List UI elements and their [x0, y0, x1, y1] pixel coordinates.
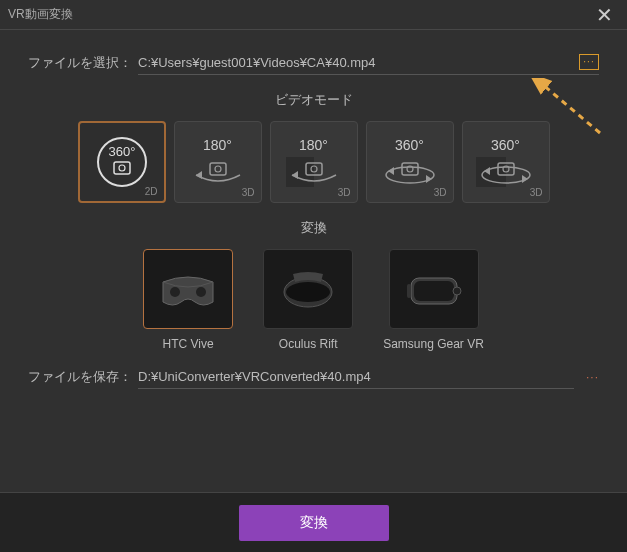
mode-ellipse-icon: [476, 157, 536, 187]
mode-360-3d-a[interactable]: 360° 3D: [366, 121, 454, 203]
mode-badge: 3D: [530, 187, 543, 198]
convert-button[interactable]: 変換: [239, 505, 389, 541]
mode-degree: 360°: [491, 137, 520, 153]
svg-rect-7: [286, 157, 314, 187]
mode-badge: 2D: [145, 186, 158, 197]
svg-point-22: [170, 287, 180, 297]
video-modes: 360° 2D 180° 3D 180°: [28, 121, 599, 203]
mode-degree: 360°: [395, 137, 424, 153]
mode-360-circle-icon: 360°: [92, 132, 152, 192]
mode-arc-icon: [286, 157, 342, 187]
svg-point-25: [286, 282, 330, 302]
mode-degree: 180°: [203, 137, 232, 153]
svg-marker-12: [388, 167, 394, 175]
svg-point-6: [215, 166, 221, 172]
titlebar: VR動画変換 ✕: [0, 0, 627, 30]
samsung-gear-icon: [399, 264, 469, 314]
file-select-input[interactable]: [138, 55, 573, 70]
device-label: Oculus Rift: [279, 337, 338, 351]
svg-marker-13: [426, 175, 432, 183]
device-label: Samsung Gear VR: [383, 337, 484, 351]
mode-degree: 180°: [299, 137, 328, 153]
device-box: [389, 249, 479, 329]
content: ファイルを選択： ··· ビデオモード 360° 2D 180° 3D: [0, 30, 627, 389]
browse-button[interactable]: ···: [579, 54, 599, 70]
htc-vive-icon: [153, 264, 223, 314]
svg-point-23: [196, 287, 206, 297]
file-select-wrap: ···: [138, 50, 599, 75]
svg-rect-14: [402, 163, 418, 175]
video-mode-title: ビデオモード: [28, 91, 599, 109]
mode-badge: 3D: [242, 187, 255, 198]
mode-180-3d-b[interactable]: 180° 3D: [270, 121, 358, 203]
device-box: [143, 249, 233, 329]
svg-rect-5: [210, 163, 226, 175]
mode-180-3d-a[interactable]: 180° 3D: [174, 121, 262, 203]
mode-360-2d[interactable]: 360° 2D: [78, 121, 166, 203]
svg-rect-27: [414, 281, 454, 301]
svg-point-28: [453, 287, 461, 295]
file-select-label: ファイルを選択：: [28, 54, 138, 72]
file-save-wrap: [138, 365, 574, 389]
mode-ellipse-icon: [380, 157, 440, 187]
svg-marker-4: [196, 171, 202, 179]
window-title: VR動画変換: [8, 6, 73, 23]
svg-marker-19: [522, 175, 528, 183]
device-samsung-gear-vr[interactable]: Samsung Gear VR: [383, 249, 484, 351]
mode-badge: 3D: [338, 187, 351, 198]
file-save-input[interactable]: [138, 369, 574, 384]
mode-360-3d-b[interactable]: 360° 3D: [462, 121, 550, 203]
mode-badge: 3D: [434, 187, 447, 198]
device-htc-vive[interactable]: HTC Vive: [143, 249, 233, 351]
convert-title: 変換: [28, 219, 599, 237]
file-select-row: ファイルを選択： ···: [28, 50, 599, 75]
svg-text:360°: 360°: [108, 144, 135, 159]
file-save-row: ファイルを保存： ···: [28, 365, 599, 389]
svg-rect-29: [407, 284, 411, 298]
svg-point-3: [119, 165, 125, 171]
footer: 変換: [0, 492, 627, 552]
close-icon[interactable]: ✕: [590, 3, 619, 27]
file-save-label: ファイルを保存：: [28, 368, 138, 386]
browse-save-button[interactable]: ···: [586, 370, 599, 384]
device-label: HTC Vive: [163, 337, 214, 351]
device-box: [263, 249, 353, 329]
svg-rect-2: [114, 162, 130, 174]
oculus-rift-icon: [273, 264, 343, 314]
device-oculus-rift[interactable]: Oculus Rift: [263, 249, 353, 351]
devices: HTC Vive Oculus Rift Samsun: [28, 249, 599, 351]
mode-arc-icon: [190, 157, 246, 187]
